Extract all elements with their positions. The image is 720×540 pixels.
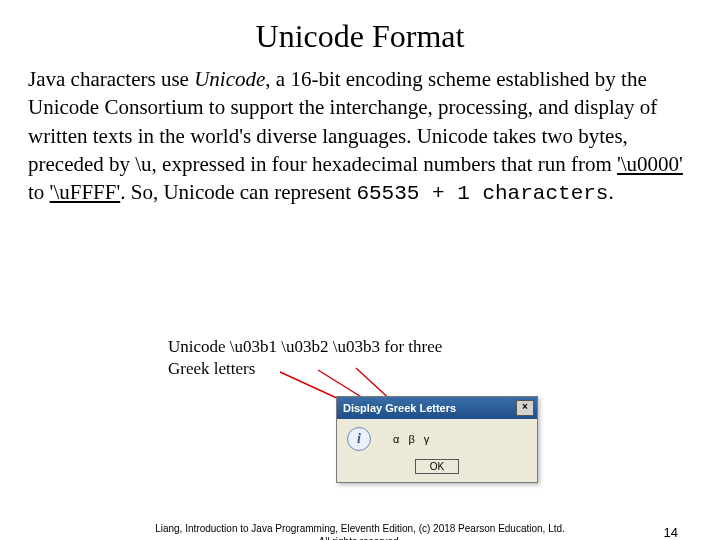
slide: Unicode Format Java characters use Unico… — [0, 18, 720, 540]
dialog-letters: α β γ — [393, 433, 432, 445]
slide-title: Unicode Format — [0, 18, 720, 55]
footer-line2: All rights reserved. — [0, 536, 720, 541]
code-u0000: '\u0000' — [617, 152, 683, 176]
dialog-title: Display Greek Letters — [343, 402, 456, 414]
body-text: . So, Unicode can represent — [120, 180, 356, 204]
body-mono-count: 65535 + 1 characters — [356, 182, 608, 205]
svg-point-4 — [576, 434, 688, 474]
body-italic-unicode: Unicode — [194, 67, 265, 91]
greek-letters-dialog: Display Greek Letters × α β γ OK — [336, 396, 538, 483]
page-number: 14 — [664, 525, 678, 540]
dialog-titlebar: Display Greek Letters × — [337, 397, 537, 419]
caption-text: Unicode \u03b1 \u03b2 \u03b3 for three G… — [168, 336, 468, 380]
ok-button[interactable]: OK — [415, 459, 459, 474]
footer: Liang, Introduction to Java Programming,… — [0, 523, 720, 540]
close-icon[interactable]: × — [516, 400, 534, 416]
body-text: Java characters use — [28, 67, 194, 91]
svg-point-8 — [574, 503, 690, 521]
footer-line1: Liang, Introduction to Java Programming,… — [0, 523, 720, 536]
info-icon — [347, 427, 371, 451]
svg-point-3 — [576, 398, 688, 510]
globe-graphic — [562, 384, 702, 524]
body-text: to — [28, 180, 50, 204]
dialog-content: α β γ — [337, 419, 537, 457]
body-text: . — [608, 180, 613, 204]
body-paragraph: Java characters use Unicode, a 16-bit en… — [0, 65, 720, 209]
code-uffff: '\uFFFF' — [50, 180, 121, 204]
svg-point-6 — [592, 398, 672, 510]
svg-point-7 — [576, 414, 688, 494]
dialog-button-row: OK — [337, 457, 537, 482]
svg-point-5 — [612, 398, 652, 510]
